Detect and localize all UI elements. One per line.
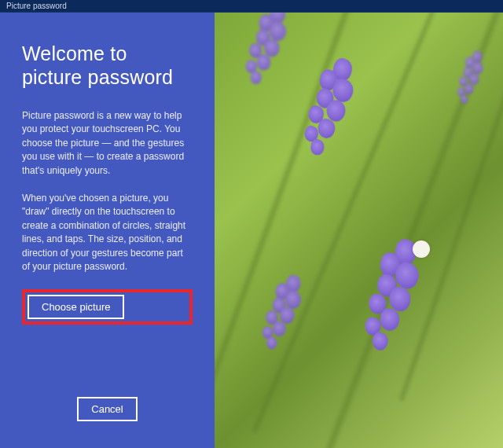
content-area: Welcome to picture password Picture pass… xyxy=(0,13,503,448)
picture-password-window: Picture password Welcome to picture pass… xyxy=(0,0,503,448)
instruction-panel: Welcome to picture password Picture pass… xyxy=(0,13,215,448)
tutorial-highlight: Choose picture xyxy=(22,289,193,325)
decorative-stem xyxy=(398,13,503,402)
bottom-button-row: Cancel xyxy=(22,397,193,426)
cancel-button[interactable]: Cancel xyxy=(77,397,137,421)
intro-paragraph-1: Picture password is a new way to help yo… xyxy=(22,109,193,178)
decorative-flower xyxy=(232,13,299,97)
decorative-flower xyxy=(449,46,492,112)
decorative-flower xyxy=(288,50,369,171)
page-heading: Welcome to picture password xyxy=(22,42,193,89)
window-title: Picture password xyxy=(6,2,67,10)
intro-paragraph-2: When you've chosen a picture, you "draw"… xyxy=(22,192,193,274)
choose-picture-button[interactable]: Choose picture xyxy=(28,295,124,319)
gesture-dot-indicator xyxy=(413,241,430,258)
picture-preview-area[interactable] xyxy=(215,13,503,448)
window-titlebar: Picture password xyxy=(0,0,503,13)
